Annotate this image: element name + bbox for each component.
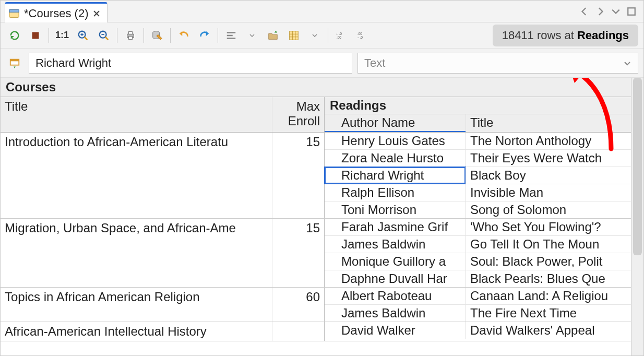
max-enroll-cell[interactable] — [272, 322, 324, 341]
row-count-pill[interactable]: 18411 rows at Readings — [493, 25, 638, 46]
reading-title-cell[interactable]: Go Tell It On The Moun — [466, 236, 631, 253]
reading-row: Zora Neale HurstoTheir Eyes Were Watch — [325, 150, 631, 167]
decimal-increase-button[interactable]: .00→.0 — [353, 27, 371, 44]
svg-rect-7 — [128, 31, 132, 34]
tab-prev-icon[interactable] — [580, 7, 589, 16]
col-header-title[interactable]: Title — [1, 97, 272, 132]
reading-title-cell[interactable]: The Fire Next Time — [466, 305, 631, 322]
scrollbar-thumb[interactable] — [633, 78, 642, 255]
decimal-decrease-icon: ←.0.00 — [336, 30, 347, 41]
dropdown-2[interactable] — [306, 27, 324, 44]
author-cell[interactable]: Toni Morrison — [325, 201, 466, 218]
reading-title-cell[interactable]: Song of Solomon — [466, 201, 631, 218]
reading-title-cell[interactable]: Their Eyes Were Watch — [466, 150, 631, 167]
vertical-scrollbar[interactable] — [631, 78, 643, 355]
decimal-decrease-button[interactable]: ←.0.00 — [332, 27, 350, 44]
zoom-out-button[interactable] — [95, 27, 113, 44]
course-row: Introduction to African-American Literat… — [1, 133, 631, 219]
svg-rect-1 — [9, 10, 19, 13]
reading-row: Toni MorrisonSong of Solomon — [325, 201, 631, 218]
author-cell[interactable]: James Baldwin — [325, 305, 466, 322]
reading-row: Richard WrightBlack Boy — [325, 167, 631, 184]
undo-button[interactable] — [175, 27, 193, 44]
author-cell[interactable]: Ralph Ellison — [325, 184, 466, 201]
redo-icon — [199, 30, 210, 41]
print-button[interactable] — [122, 27, 139, 44]
author-cell[interactable]: Richard Wright — [325, 167, 466, 184]
author-cell[interactable]: Zora Neale Hursto — [325, 150, 466, 167]
refresh-icon — [9, 30, 20, 41]
panel-toggle-button[interactable] — [6, 54, 23, 72]
column-headers: Title Max Enroll Readings Author Name Ti… — [1, 97, 631, 133]
align-left-icon — [225, 30, 237, 41]
course-title-cell[interactable]: African-American Intellectual History — [1, 322, 272, 341]
reading-title-cell[interactable]: Black Pearls: Blues Que — [466, 270, 631, 287]
reading-title-cell[interactable]: 'Who Set You Flowing'? — [466, 219, 631, 235]
reading-title-cell[interactable]: The Norton Anthology — [466, 133, 631, 149]
reading-row: Henry Louis GatesThe Norton Anthology — [325, 133, 631, 150]
tab-title: *Courses (2) — [24, 7, 88, 20]
filter-bar: Text — [1, 49, 643, 78]
grid-button[interactable] — [285, 27, 303, 44]
reading-row: James BaldwinGo Tell It On The Moun — [325, 236, 631, 253]
course-title-cell[interactable]: Topics in African American Religion — [1, 288, 272, 322]
refresh-button[interactable] — [6, 27, 23, 44]
readings-header: Readings — [325, 97, 631, 114]
max-enroll-cell[interactable]: 15 — [272, 219, 324, 287]
zoom-in-button[interactable] — [74, 27, 92, 44]
max-enroll-cell[interactable]: 15 — [272, 133, 324, 218]
reading-row: Farah Jasmine Grif'Who Set You Flowing'? — [325, 219, 631, 236]
col-header-reading-title[interactable]: Title — [466, 114, 631, 132]
author-cell[interactable]: Henry Louis Gates — [325, 133, 466, 149]
reading-row: David WalkerDavid Walkers' Appeal — [325, 322, 631, 339]
reading-title-cell[interactable]: Invisible Man — [466, 184, 631, 201]
undo-icon — [178, 30, 189, 41]
col-header-max-enroll[interactable]: Max Enroll — [272, 97, 324, 132]
tab-next-icon[interactable] — [595, 7, 605, 16]
dropdown-1[interactable] — [243, 27, 261, 44]
redo-button[interactable] — [196, 27, 213, 44]
reading-row: Monique Guillory aSoul: Black Power, Pol… — [325, 253, 631, 270]
ratio-button[interactable]: 1:1 — [53, 30, 71, 41]
course-row: Migration, Urban Space, and African-Ame1… — [1, 219, 631, 288]
toolbar: 1:1 — [1, 22, 643, 49]
tab-courses[interactable]: *Courses (2) — [5, 2, 108, 23]
grid-icon — [288, 30, 300, 41]
reading-row: Albert RaboteauCanaan Land: A Religiou — [325, 288, 631, 305]
close-icon[interactable] — [92, 9, 101, 18]
stop-button[interactable] — [27, 27, 44, 44]
svg-text:←.0: ←.0 — [336, 31, 342, 35]
tab-menu-icon[interactable] — [611, 7, 621, 16]
reading-title-cell[interactable]: Soul: Black Power, Polit — [466, 253, 631, 270]
folder-export-icon — [267, 30, 279, 41]
type-select[interactable]: Text — [357, 53, 638, 74]
maximize-icon[interactable] — [627, 7, 636, 16]
chevron-down-icon — [623, 59, 631, 67]
col-header-author[interactable]: Author Name — [325, 114, 466, 132]
align-button[interactable] — [222, 27, 240, 44]
author-cell[interactable]: Farah Jasmine Grif — [325, 219, 466, 235]
course-row: Topics in African American Religion60Alb… — [1, 288, 631, 322]
panel-icon — [9, 57, 20, 69]
svg-rect-8 — [128, 36, 132, 39]
course-title-cell[interactable]: Migration, Urban Space, and African-Ame — [1, 219, 272, 287]
author-cell[interactable]: Albert Raboteau — [325, 288, 466, 304]
author-cell[interactable]: Monique Guillory a — [325, 253, 466, 270]
svg-rect-16 — [10, 59, 19, 61]
course-title-cell[interactable]: Introduction to African-American Literat… — [1, 133, 272, 218]
author-cell[interactable]: James Baldwin — [325, 236, 466, 253]
svg-rect-10 — [290, 31, 299, 40]
filter-input[interactable] — [29, 53, 352, 74]
export-button[interactable] — [264, 27, 282, 44]
edit-button[interactable] — [148, 27, 166, 44]
table-name-header: Courses — [1, 78, 631, 97]
tab-bar: *Courses (2) — [1, 1, 643, 22]
max-enroll-cell[interactable]: 60 — [272, 288, 324, 322]
reading-title-cell[interactable]: David Walkers' Appeal — [466, 322, 631, 339]
author-cell[interactable]: Daphne Duvall Har — [325, 270, 466, 287]
reading-title-cell[interactable]: Black Boy — [466, 167, 631, 184]
svg-text:→.0: →.0 — [356, 35, 363, 39]
author-cell[interactable]: David Walker — [325, 322, 466, 339]
data-grid[interactable]: Courses Title Max Enroll Readings Author… — [1, 78, 631, 355]
reading-title-cell[interactable]: Canaan Land: A Religiou — [466, 288, 631, 304]
